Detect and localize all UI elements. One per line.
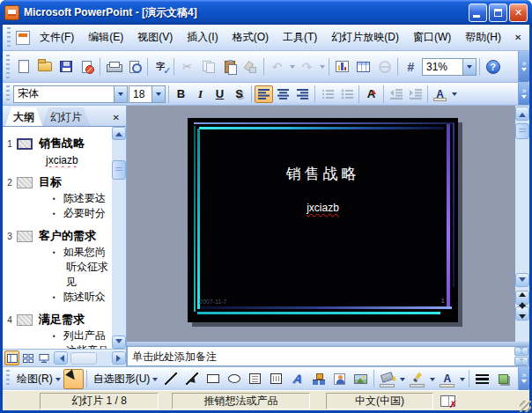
font-name-combo[interactable]: 宋体 — [13, 85, 128, 103]
insert-diagram-button[interactable] — [308, 369, 329, 389]
fill-color-dropdown[interactable] — [398, 369, 406, 389]
notes-scrollbar[interactable] — [514, 347, 528, 365]
oval-button[interactable] — [224, 369, 244, 389]
fill-color-button[interactable] — [377, 369, 397, 389]
outline-bullet-row[interactable]: ▪ 陈述要达 — [3, 191, 112, 206]
permission-button[interactable] — [77, 56, 97, 77]
cut-button[interactable]: ✂ — [177, 56, 197, 77]
chevron-down-icon[interactable] — [114, 86, 127, 102]
menu-insert[interactable]: 插入(I) — [180, 26, 225, 49]
previous-slide-button[interactable] — [515, 291, 529, 305]
draw-menu-button[interactable]: 绘图(R) — [13, 369, 63, 389]
toolbar-options-button[interactable]: » — [518, 367, 529, 390]
increase-font-size-button[interactable]: A — [362, 85, 381, 103]
menu-slideshow[interactable]: 幻灯片放映(D) — [324, 26, 406, 49]
copy-button[interactable] — [198, 56, 218, 77]
outline-wrap-row[interactable]: 听众征求 — [3, 260, 112, 275]
redo-dropdown[interactable] — [318, 56, 326, 77]
rectangle-button[interactable] — [203, 369, 223, 389]
menu-file[interactable]: 文件(F) — [33, 26, 81, 49]
design-template-name[interactable]: 推销想法或产品 — [172, 393, 310, 409]
help-button[interactable]: ? — [483, 56, 503, 77]
outline-title-row[interactable]: 3 客户的需求 — [3, 227, 112, 245]
slide-title[interactable]: 销售战略 — [188, 164, 458, 184]
outline-horizontal-scrollbar[interactable] — [54, 351, 126, 365]
align-right-button[interactable] — [293, 85, 312, 103]
outline-bullet-row[interactable]: ▪ 如果您尚 — [3, 245, 112, 260]
font-size-combo[interactable]: 18 — [129, 85, 166, 103]
slideshow-view-button[interactable] — [36, 350, 51, 365]
resize-grip[interactable] — [520, 401, 531, 412]
redo-button[interactable]: ↷ — [297, 56, 317, 77]
outline-bullet-row[interactable]: ▪ 列出产品 — [3, 328, 112, 343]
line-button[interactable] — [160, 369, 181, 389]
bold-button[interactable]: B — [172, 85, 190, 103]
show-grid-button[interactable]: # — [401, 56, 421, 77]
scrollbar-thumb[interactable] — [515, 123, 529, 139]
font-color-button[interactable]: A — [437, 369, 457, 389]
scroll-down-button[interactable] — [112, 336, 126, 349]
scroll-down-button[interactable] — [515, 273, 529, 287]
autoshapes-menu-button[interactable]: 自选图形(U) — [90, 369, 160, 389]
chevron-down-icon[interactable] — [462, 59, 476, 75]
font-color-button[interactable]: A — [431, 85, 449, 103]
outline-title-row[interactable]: 2 目标 — [3, 173, 112, 191]
scroll-up-button[interactable] — [112, 127, 126, 140]
decrease-indent-button[interactable] — [387, 85, 405, 103]
outline-wrap-row[interactable]: 这些产品 — [3, 343, 112, 349]
minimize-button[interactable] — [469, 4, 487, 22]
menu-edit[interactable]: 编辑(E) — [81, 26, 130, 49]
scrollbar-thumb[interactable] — [112, 160, 126, 180]
outline-scrollbar[interactable] — [112, 127, 126, 349]
shadow-style-button[interactable] — [493, 369, 514, 389]
slide-number[interactable]: 1 — [441, 297, 445, 305]
menu-tools[interactable]: 工具(T) — [276, 26, 324, 49]
scroll-down-button[interactable] — [514, 357, 528, 365]
format-painter-button[interactable] — [240, 56, 261, 77]
toolbar-grip[interactable] — [6, 370, 10, 388]
print-button[interactable] — [103, 56, 123, 77]
outline-bullet-row[interactable]: ▪ 陈述听众 — [3, 290, 112, 305]
notes-pane[interactable]: 单击此处添加备注 — [127, 346, 529, 366]
clip-art-button[interactable] — [329, 369, 350, 389]
undo-dropdown[interactable] — [288, 56, 296, 77]
font-color-dropdown[interactable] — [458, 369, 466, 389]
scroll-left-button[interactable] — [54, 351, 68, 365]
language-indicator[interactable]: 中文(中国) — [326, 393, 433, 409]
outline-title-row[interactable]: 1 销售战略 — [3, 135, 112, 152]
print-preview-button[interactable] — [124, 56, 144, 77]
select-objects-button[interactable] — [63, 369, 84, 389]
insert-chart-button[interactable] — [332, 56, 352, 77]
vertical-text-box-button[interactable] — [266, 369, 286, 389]
toolbar-grip[interactable] — [6, 55, 10, 79]
spelling-status-icon[interactable]: ✗ — [440, 395, 455, 407]
tab-outline[interactable]: 大纲 — [5, 107, 42, 126]
numbered-list-button[interactable] — [318, 85, 336, 103]
outline-bullet-row[interactable]: ▪ 必要时分 — [3, 206, 112, 221]
zoom-combo[interactable]: 31% — [422, 58, 477, 76]
undo-button[interactable]: ↶ — [267, 56, 287, 77]
tab-slides[interactable]: 幻灯片 — [42, 107, 90, 126]
paste-button[interactable] — [219, 56, 240, 77]
text-shadow-button[interactable]: S — [230, 85, 248, 103]
slide-sorter-view-button[interactable] — [20, 350, 35, 365]
scroll-up-button[interactable] — [514, 347, 528, 356]
toolbar-options-button[interactable]: » — [518, 83, 529, 105]
toolbar-grip[interactable] — [7, 27, 11, 48]
arrow-button[interactable] — [181, 369, 202, 389]
outline-title-row[interactable]: 4 满足需求 — [3, 311, 112, 328]
text-box-button[interactable] — [245, 369, 265, 389]
insert-picture-button[interactable] — [351, 369, 371, 389]
font-color-dropdown[interactable] — [450, 84, 458, 104]
wordart-button[interactable]: A — [287, 369, 307, 389]
slide-scrollbar[interactable] — [515, 106, 529, 342]
line-style-button[interactable] — [472, 369, 492, 389]
align-center-button[interactable] — [274, 85, 292, 103]
slide-canvas[interactable]: 销售战略 jxciazb 2007-11-7 1 — [188, 118, 458, 322]
line-color-dropdown[interactable] — [428, 369, 436, 389]
insert-table-button[interactable] — [353, 56, 373, 77]
panel-close-icon[interactable]: ✕ — [113, 113, 124, 126]
new-button[interactable] — [13, 56, 33, 77]
hyperlink-button[interactable] — [374, 56, 395, 77]
menu-format[interactable]: 格式(O) — [225, 26, 276, 49]
